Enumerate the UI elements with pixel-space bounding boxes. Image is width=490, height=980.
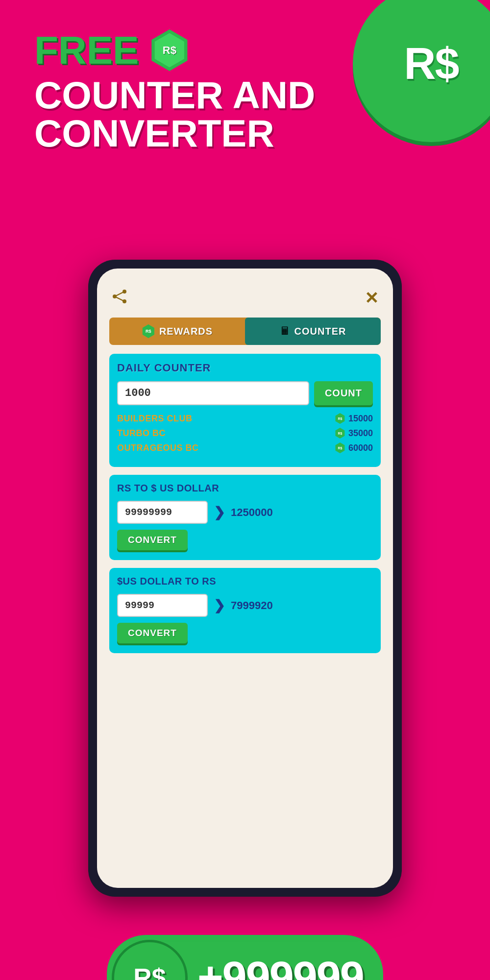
club-value-outrageous: R$ 60000 bbox=[335, 442, 373, 453]
club-name-turbo: TURBO BC bbox=[117, 428, 166, 439]
club-rs-icon-builders: R$ bbox=[335, 413, 345, 424]
large-coin-text: R$ bbox=[404, 39, 458, 89]
subtitle-line1: COUNTER AND bbox=[34, 74, 315, 117]
top-section: R$ FREE R$ COUNTER AND CONVERTER bbox=[0, 0, 490, 245]
svg-line-3 bbox=[115, 292, 124, 296]
club-rs-icon-turbo: R$ bbox=[335, 428, 345, 439]
app-topbar: ✕ bbox=[109, 288, 381, 308]
club-name-outrageous: OUTRAGEOUS BC bbox=[117, 443, 199, 453]
club-value-builders: R$ 15000 bbox=[335, 413, 373, 424]
free-label: FREE bbox=[34, 31, 139, 70]
counter-input[interactable] bbox=[117, 381, 309, 405]
bottom-pill-circle: R$ bbox=[112, 940, 188, 980]
dollar-to-rs-result: 7999920 bbox=[231, 599, 273, 612]
club-name-builders: BUILDERS CLUB bbox=[117, 414, 193, 424]
rs-to-dollar-arrow: ❯ bbox=[214, 504, 225, 520]
tab-rewards[interactable]: R$ REWARDS bbox=[109, 318, 245, 345]
bottom-pill-rs-label: R$ bbox=[133, 963, 166, 980]
counter-input-row: COUNT bbox=[117, 381, 373, 405]
daily-counter-title: DAILY COUNTER bbox=[117, 362, 373, 374]
club-number-turbo: 35000 bbox=[348, 428, 373, 439]
tab-counter[interactable]: 🖩 COUNTER bbox=[245, 318, 381, 345]
bottom-pill-section: R$ +999999 bbox=[0, 926, 490, 980]
dollar-to-rs-input[interactable] bbox=[117, 594, 208, 617]
club-number-builders: 15000 bbox=[348, 414, 373, 424]
tab-rs-icon: R$ bbox=[142, 324, 155, 338]
daily-counter-section: DAILY COUNTER COUNT BUILDERS CLUB R$ 150… bbox=[109, 354, 381, 467]
rs-to-dollar-row: ❯ 1250000 bbox=[117, 501, 373, 524]
club-number-outrageous: 60000 bbox=[348, 443, 373, 453]
dollar-to-rs-arrow: ❯ bbox=[214, 597, 225, 613]
phone-mockup: ✕ R$ REWARDS 🖩 COUNTER bbox=[88, 260, 402, 897]
rs-to-dollar-section: RS TO $ US DOLLAR ❯ 1250000 CONVERT bbox=[109, 475, 381, 560]
dollar-to-rs-row: ❯ 7999920 bbox=[117, 594, 373, 617]
rs-to-dollar-result: 1250000 bbox=[231, 506, 273, 519]
rs-to-dollar-convert-button[interactable]: CONVERT bbox=[117, 530, 188, 550]
count-button[interactable]: COUNT bbox=[314, 381, 373, 405]
dollar-to-rs-section: $US DOLLAR TO RS ❯ 7999920 CONVERT bbox=[109, 568, 381, 653]
share-icon[interactable] bbox=[112, 290, 127, 307]
rs-to-dollar-title: RS TO $ US DOLLAR bbox=[117, 483, 373, 494]
tab-bar: R$ REWARDS 🖩 COUNTER bbox=[109, 318, 381, 345]
rs-hex-icon: R$ bbox=[148, 29, 190, 71]
svg-line-4 bbox=[115, 296, 124, 301]
club-row-outrageous: OUTRAGEOUS BC R$ 60000 bbox=[117, 442, 373, 453]
dollar-to-rs-convert-button[interactable]: CONVERT bbox=[117, 623, 188, 643]
club-rs-icon-outrageous: R$ bbox=[335, 442, 345, 453]
tab-counter-label: COUNTER bbox=[294, 326, 346, 337]
club-row-turbo: TURBO BC R$ 35000 bbox=[117, 428, 373, 439]
close-icon[interactable]: ✕ bbox=[365, 288, 378, 308]
subtitle-line2: CONVERTER bbox=[34, 112, 274, 155]
phone-section: ✕ R$ REWARDS 🖩 COUNTER bbox=[0, 245, 490, 926]
calc-icon: 🖩 bbox=[280, 325, 291, 338]
rs-hex-text: R$ bbox=[163, 44, 176, 57]
rs-to-dollar-input[interactable] bbox=[117, 501, 208, 524]
tab-rewards-label: REWARDS bbox=[159, 326, 213, 337]
app-content: ✕ R$ REWARDS 🖩 COUNTER bbox=[97, 269, 393, 888]
dollar-to-rs-title: $US DOLLAR TO RS bbox=[117, 576, 373, 587]
phone-screen: ✕ R$ REWARDS 🖩 COUNTER bbox=[97, 269, 393, 888]
bottom-pill: R$ +999999 bbox=[107, 935, 383, 980]
bottom-pill-amount: +999999 bbox=[197, 953, 364, 980]
club-value-turbo: R$ 35000 bbox=[335, 428, 373, 439]
club-row-builders: BUILDERS CLUB R$ 15000 bbox=[117, 413, 373, 424]
